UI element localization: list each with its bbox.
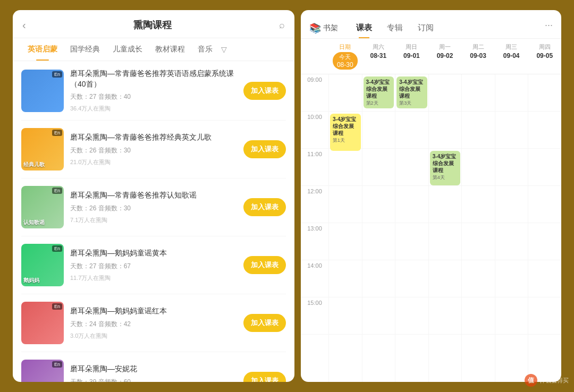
day-header-1: 周六08-31 [362, 39, 395, 74]
course-info-4: 磨耳朵熏陶—鹅妈妈童谣红本天数：24 音频数：423.0万人在熏陶 [70, 306, 237, 340]
thumb-badge-0: En [52, 71, 62, 78]
schedule-event[interactable]: 3-4岁宝宝综合发展课程第3天 [396, 76, 427, 108]
category-tab-1[interactable]: 国学经典 [64, 38, 106, 61]
course-item-1: En经典儿歌磨耳朵熏陶—常青藤爸爸推荐经典英文儿歌天数：26 音频数：3021.… [21, 121, 286, 178]
course-info-3: 磨耳朵熏陶—鹅妈妈童谣黄本天数：27 音频数：6711.7万人在熏陶 [70, 248, 237, 282]
join-button-4[interactable]: 加入课表 [243, 314, 286, 332]
join-button-5[interactable]: 加入课表 [243, 372, 286, 382]
schedule-event[interactable]: 3-4岁宝宝综合发展课程第4天 [430, 151, 461, 185]
day-grid-col-2: 3-4岁宝宝综合发展课程第3天 [395, 74, 428, 382]
brand-icon: 📚 [309, 22, 321, 34]
category-tab-2[interactable]: 儿童成长 [106, 38, 149, 61]
course-title-3: 磨耳朵熏陶—鹅妈妈童谣黄本 [70, 248, 237, 259]
course-popularity-4: 3.0万人在熏陶 [70, 332, 237, 340]
day-name-3: 周一 [429, 43, 461, 51]
course-item-4: En磨耳朵熏陶—鹅妈妈童谣红本天数：24 音频数：423.0万人在熏陶加入课表 [21, 294, 286, 352]
time-slot-3: 12:00 [301, 186, 328, 223]
course-title-0: 磨耳朵熏陶—常青藤爸爸推荐英语语感启蒙系统课（40首） [70, 69, 237, 89]
thumb-label-3: 鹅妈妈 [23, 277, 39, 284]
course-title-4: 磨耳朵熏陶—鹅妈妈童谣红本 [70, 306, 237, 317]
course-info-2: 磨耳朵熏陶—常青藤爸爸推荐认知歌谣天数：26 音频数：307.1万人在熏陶 [70, 190, 237, 224]
thumb-label-2: 认知歌谣 [23, 219, 45, 226]
back-button[interactable]: ‹ [22, 19, 26, 31]
day-header-5: 周三09-04 [495, 39, 528, 74]
time-slot-4: 13:00 [301, 223, 328, 260]
join-button-0[interactable]: 加入课表 [243, 82, 286, 100]
course-meta-5: 天数：39 音频数：60 [70, 378, 237, 382]
course-popularity-3: 11.7万人在熏陶 [70, 274, 237, 282]
day-name-6: 周四 [529, 43, 560, 51]
day-grid-col-4 [461, 74, 495, 382]
course-info-1: 磨耳朵熏陶—常青藤爸爸推荐经典英文儿歌天数：26 音频数：3021.0万人在熏陶 [70, 132, 237, 166]
right-nav-item-2[interactable]: 订阅 [410, 18, 441, 38]
thumb-badge-1: En [52, 130, 62, 136]
course-popularity-0: 36.4万人在熏陶 [70, 105, 237, 113]
course-meta-0: 天数：27 音频数：40 [70, 92, 237, 101]
day-grid-col-0: 3-4岁宝宝综合发展课程第1天 [328, 74, 362, 382]
course-info-0: 磨耳朵熏陶—常青藤爸爸推荐英语语感启蒙系统课（40首）天数：27 音频数：403… [70, 69, 237, 113]
more-button[interactable]: ··· [545, 20, 553, 36]
thumb-badge-5: En [52, 361, 62, 368]
day-date-wrap-1: 08-31 [363, 52, 394, 59]
right-nav-item-0[interactable]: 课表 [349, 18, 379, 38]
day-name-2: 周日 [396, 43, 427, 51]
day-date-wrap-6: 09-05 [529, 52, 560, 59]
thumb-label-1: 经典儿歌 [23, 161, 45, 168]
join-button-3[interactable]: 加入课表 [243, 256, 286, 274]
day-date-wrap-0: 今天08-30 [333, 52, 358, 70]
schedule-container: 日期今天08-30周六08-31周日09-01周一09-02周二09-03周三0… [301, 39, 561, 382]
schedule-days-header: 日期今天08-30周六08-31周日09-01周一09-02周二09-03周三0… [301, 39, 561, 74]
app-container: ‹ 熏陶课程 ⌕ 英语启蒙国学经典儿童成长教材课程音乐▽ En磨耳朵熏陶—常青藤… [0, 0, 574, 392]
watermark-icon: 值 [525, 374, 537, 387]
join-button-2[interactable]: 加入课表 [243, 198, 286, 216]
day-date-wrap-5: 09-04 [496, 52, 527, 59]
course-meta-3: 天数：27 音频数：67 [70, 262, 237, 271]
course-meta-4: 天数：24 音频数：42 [70, 320, 237, 329]
course-item-3: En鹅妈妈磨耳朵熏陶—鹅妈妈童谣黄本天数：27 音频数：6711.7万人在熏陶加… [21, 236, 286, 294]
watermark: 值 什么值得买 [525, 374, 569, 387]
course-popularity-1: 21.0万人在熏陶 [70, 158, 237, 166]
day-name-5: 周三 [496, 43, 527, 51]
right-header: 📚 书架 课表专辑订阅 ··· [301, 10, 561, 39]
schedule-event[interactable]: 3-4岁宝宝综合发展课程第2天 [364, 76, 394, 108]
brand-name: 书架 [323, 23, 338, 33]
category-tab-0[interactable]: 英语启蒙 [21, 38, 64, 61]
course-title-2: 磨耳朵熏陶—常青藤爸爸推荐认知歌谣 [70, 190, 237, 201]
right-nav-item-1[interactable]: 专辑 [379, 18, 410, 38]
day-name-1: 周六 [363, 43, 394, 51]
schedule-grid: 3-4岁宝宝综合发展课程第1天3-4岁宝宝综合发展课程第2天3-4岁宝宝综合发展… [328, 74, 561, 382]
course-info-5: 磨耳朵熏陶—安妮花天数：39 音频数：603.2万人在熏陶 [70, 364, 237, 382]
schedule-body: 09:0010:0011:0012:0013:0014:0015:00 3-4岁… [301, 74, 561, 382]
category-tab-4[interactable]: 音乐 [191, 38, 219, 61]
join-button-1[interactable]: 加入课表 [243, 140, 286, 158]
course-thumb-1: En经典儿歌 [21, 128, 64, 171]
schedule-event[interactable]: 3-4岁宝宝综合发展课程第1天 [330, 114, 361, 151]
course-thumb-4: En [21, 302, 64, 344]
time-column: 09:0010:0011:0012:0013:0014:0015:00 [301, 74, 328, 382]
course-popularity-2: 7.1万人在熏陶 [70, 216, 237, 224]
left-header: ‹ 熏陶课程 ⌕ [13, 10, 294, 38]
day-grid-col-1: 3-4岁宝宝综合发展课程第2天 [362, 74, 395, 382]
thumb-badge-4: En [52, 303, 62, 310]
course-meta-1: 天数：26 音频数：30 [70, 146, 237, 155]
day-header-0: 日期今天08-30 [328, 39, 362, 74]
watermark-text: 什么值得买 [539, 377, 569, 385]
course-meta-2: 天数：26 音频数：30 [70, 204, 237, 213]
course-thumb-5: En安妮花 [21, 360, 64, 382]
thumb-badge-2: En [52, 188, 62, 194]
time-slot-6: 15:00 [301, 297, 328, 335]
course-item-2: En认知歌谣磨耳朵熏陶—常青藤爸爸推荐认知歌谣天数：26 音频数：307.1万人… [21, 178, 286, 236]
category-more[interactable]: ▽ [221, 45, 227, 54]
day-grid-col-6 [528, 74, 561, 382]
time-slot-2: 11:00 [301, 149, 328, 186]
time-slot-5: 14:00 [301, 260, 328, 297]
time-slot-1: 10:00 [301, 112, 328, 149]
day-name-0: 日期 [330, 43, 361, 51]
day-header-6: 周四09-05 [528, 39, 561, 74]
course-item-0: En磨耳朵熏陶—常青藤爸爸推荐英语语感启蒙系统课（40首）天数：27 音频数：4… [21, 61, 286, 121]
search-button[interactable]: ⌕ [279, 20, 285, 31]
time-slot-0: 09:00 [301, 74, 328, 112]
category-tab-3[interactable]: 教材课程 [149, 38, 191, 61]
right-nav: 课表专辑订阅 [349, 18, 534, 38]
course-thumb-2: En认知歌谣 [21, 186, 64, 228]
